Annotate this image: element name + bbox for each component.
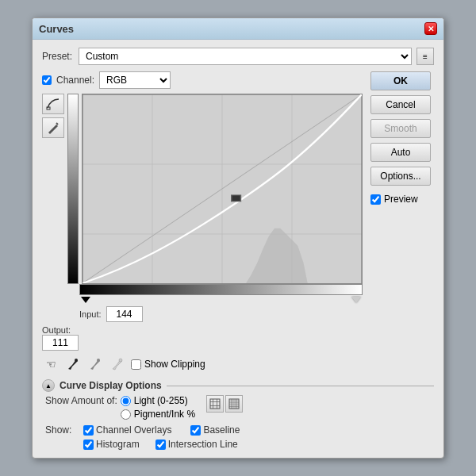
- preset-select[interactable]: Custom: [79, 48, 412, 65]
- svg-line-8: [83, 94, 362, 283]
- light-radio[interactable]: [121, 396, 131, 406]
- right-panel: OK Cancel Smooth Auto Options... Preview: [370, 71, 434, 373]
- pigment-radio-row: Pigment/Ink %: [121, 409, 195, 420]
- input-field[interactable]: 144: [106, 306, 143, 322]
- options-button[interactable]: Options...: [370, 167, 431, 186]
- gradient-bar-horizontal: [79, 284, 363, 295]
- channel-select[interactable]: RGB Red Green Blue: [99, 71, 171, 89]
- preview-label: Preview: [384, 194, 418, 205]
- baseline-checkbox[interactable]: [190, 425, 201, 436]
- show-row: Show: Channel Overlays Baseline: [45, 424, 431, 436]
- show-amount-label: Show Amount of:: [45, 395, 117, 406]
- show-label: Show:: [45, 424, 80, 436]
- close-button[interactable]: ✕: [424, 22, 437, 35]
- show-clipping-row: Show Clipping: [131, 359, 205, 370]
- hand-tool-button[interactable]: ☜: [42, 355, 60, 373]
- curve-display-divider: ▲ Curve Display Options: [42, 379, 434, 392]
- options-section: Show Amount of: Light (0-255) Pigment/In…: [42, 395, 434, 450]
- gradient-bar-vertical: [67, 94, 79, 284]
- auto-button[interactable]: Auto: [370, 143, 431, 162]
- black-point-slider[interactable]: [81, 297, 90, 303]
- svg-rect-13: [210, 399, 220, 409]
- pigment-radio[interactable]: [121, 409, 131, 420]
- svg-rect-0: [47, 107, 50, 109]
- output-section: Output: 111: [42, 325, 79, 351]
- curve-tool-button[interactable]: [42, 94, 64, 114]
- histogram-checkbox[interactable]: [83, 440, 94, 450]
- gray-eyedropper-button[interactable]: [86, 355, 104, 373]
- curves-dialog: Curves ✕ Preset: Custom ≡ Channel: RGB R…: [32, 17, 444, 459]
- channel-overlays-checkbox[interactable]: [83, 425, 94, 436]
- dialog-body: Preset: Custom ≡ Channel: RGB Red Green …: [33, 40, 443, 458]
- output-label: Output:: [42, 325, 79, 335]
- title-bar: Curves ✕: [33, 18, 443, 40]
- output-area: Output: 111: [42, 325, 363, 351]
- white-eyedropper-button[interactable]: [109, 355, 126, 373]
- curve-area: Input: 144: [67, 94, 363, 322]
- channel-overlays-checkbox-label: Channel Overlays: [83, 424, 171, 436]
- ok-button[interactable]: OK: [370, 71, 431, 90]
- intersection-line-checkbox[interactable]: [155, 440, 166, 450]
- svg-point-12: [119, 359, 122, 362]
- preset-label: Preset:: [42, 51, 74, 62]
- triangle-row: [79, 297, 363, 303]
- show-amount-radio-group: Light (0-255) Pigment/Ink %: [121, 395, 195, 420]
- svg-point-10: [75, 359, 78, 362]
- intersection-line-checkbox-label: Intersection Line: [155, 439, 238, 450]
- svg-rect-18: [229, 399, 239, 409]
- baseline-label: Baseline: [203, 424, 240, 436]
- pigment-label: Pigment/Ink %: [134, 409, 195, 420]
- channel-label: Channel:: [56, 75, 94, 86]
- smooth-button[interactable]: Smooth: [370, 119, 431, 138]
- show-clipping-label: Show Clipping: [144, 359, 205, 370]
- channel-overlays-label: Channel Overlays: [96, 424, 171, 436]
- dialog-title: Curves: [39, 23, 74, 35]
- show-amount-row: Show Amount of: Light (0-255) Pigment/In…: [45, 395, 431, 420]
- left-panel: Channel: RGB Red Green Blue: [42, 71, 363, 373]
- grid-4-button[interactable]: [206, 395, 224, 413]
- show-bottom-row: Histogram Intersection Line: [83, 439, 431, 450]
- svg-rect-9: [232, 195, 241, 202]
- output-field[interactable]: 111: [42, 335, 79, 351]
- baseline-checkbox-label: Baseline: [190, 424, 240, 436]
- curve-display-label: Curve Display Options: [60, 380, 162, 391]
- input-label: Input:: [79, 309, 102, 319]
- curve-tools: [42, 94, 64, 138]
- grid-buttons: [206, 395, 243, 413]
- input-row: Input: 144: [79, 306, 363, 322]
- svg-point-11: [97, 359, 100, 362]
- histogram-checkbox-label: Histogram: [83, 439, 140, 450]
- histogram-label: Histogram: [96, 439, 140, 450]
- preset-row: Preset: Custom ≡: [42, 48, 434, 65]
- light-label: Light (0-255): [134, 395, 188, 406]
- curve-wrapper: [67, 94, 363, 284]
- preset-settings-button[interactable]: ≡: [416, 48, 434, 65]
- intersection-line-label: Intersection Line: [168, 439, 238, 450]
- curve-canvas[interactable]: [82, 94, 363, 284]
- content-area: Channel: RGB Red Green Blue: [42, 71, 434, 373]
- light-radio-row: Light (0-255): [121, 395, 195, 406]
- eyedropper-row: ☜: [42, 355, 363, 373]
- cancel-button[interactable]: Cancel: [370, 95, 431, 114]
- preview-row: Preview: [370, 194, 434, 205]
- preview-checkbox[interactable]: [370, 194, 381, 205]
- collapse-button[interactable]: ▲: [42, 379, 55, 392]
- channel-checkbox[interactable]: [42, 75, 52, 85]
- white-point-slider[interactable]: [351, 297, 361, 303]
- show-clipping-checkbox[interactable]: [131, 359, 141, 370]
- channel-row: Channel: RGB Red Green Blue: [42, 71, 363, 89]
- pencil-tool-button[interactable]: [42, 117, 64, 138]
- section-divider-line: [167, 386, 434, 386]
- black-eyedropper-button[interactable]: [64, 355, 82, 373]
- grid-10-button[interactable]: [225, 395, 243, 413]
